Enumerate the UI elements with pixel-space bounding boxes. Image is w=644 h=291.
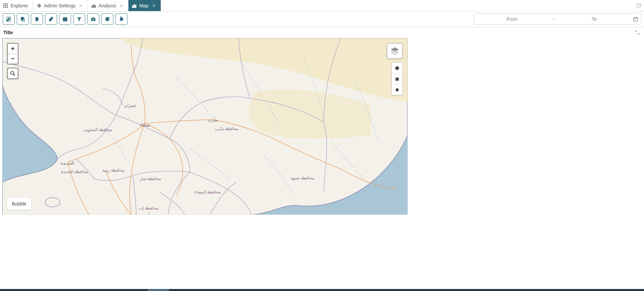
refresh-button[interactable] bbox=[101, 13, 113, 25]
delete-button[interactable] bbox=[31, 13, 43, 25]
expand-button[interactable] bbox=[634, 29, 641, 36]
content-header: Title bbox=[0, 27, 644, 38]
gear-icon bbox=[37, 3, 41, 8]
draw-circle-button[interactable] bbox=[392, 84, 402, 95]
draw-tools bbox=[391, 62, 403, 95]
layers-button[interactable] bbox=[387, 43, 403, 59]
edit-button[interactable] bbox=[3, 13, 15, 25]
tab-strip: Explorer Admin Settings Analysis Map bbox=[0, 0, 644, 11]
svg-rect-25 bbox=[21, 17, 24, 20]
date-from-input[interactable] bbox=[477, 16, 547, 22]
svg-rect-6 bbox=[3, 7, 4, 8]
arrow-right-icon: → bbox=[551, 16, 555, 22]
date-range: → bbox=[474, 13, 641, 25]
svg-rect-31 bbox=[634, 17, 638, 21]
bar-chart-icon bbox=[132, 3, 137, 8]
svg-rect-8 bbox=[7, 7, 8, 8]
zoom-controls: + − bbox=[7, 43, 18, 64]
basemap-svg bbox=[2, 38, 408, 215]
link-button[interactable] bbox=[45, 13, 57, 25]
close-icon[interactable] bbox=[119, 4, 123, 8]
tab-admin-settings[interactable]: Admin Settings bbox=[33, 0, 88, 11]
svg-marker-40 bbox=[395, 66, 399, 70]
date-to-input[interactable] bbox=[559, 16, 630, 22]
svg-line-38 bbox=[13, 74, 15, 76]
draw-polygon-button[interactable] bbox=[392, 63, 402, 73]
svg-marker-39 bbox=[391, 48, 398, 51]
svg-rect-12 bbox=[93, 4, 94, 8]
tab-map[interactable]: Map bbox=[128, 0, 161, 11]
svg-rect-17 bbox=[134, 4, 135, 8]
close-icon[interactable] bbox=[79, 4, 83, 8]
map-wrapper: عمرانصنعاءمأربمحافظة مأربمحافظة المحويتا… bbox=[2, 38, 642, 215]
svg-rect-18 bbox=[135, 5, 136, 8]
svg-rect-4 bbox=[5, 5, 6, 6]
svg-rect-26 bbox=[63, 17, 67, 21]
svg-rect-11 bbox=[92, 6, 93, 8]
close-icon[interactable] bbox=[152, 4, 156, 8]
camera-button[interactable] bbox=[87, 13, 99, 25]
svg-point-37 bbox=[11, 71, 14, 74]
filter-button[interactable] bbox=[73, 13, 85, 25]
svg-rect-13 bbox=[95, 5, 96, 8]
calendar-button[interactable] bbox=[59, 13, 71, 25]
redo-button[interactable] bbox=[115, 13, 127, 25]
window-restore-icon[interactable] bbox=[633, 0, 644, 11]
svg-rect-41 bbox=[395, 77, 398, 80]
tab-label: Explorer bbox=[11, 3, 28, 8]
map-search-button[interactable] bbox=[7, 68, 18, 79]
svg-rect-16 bbox=[132, 6, 133, 8]
svg-rect-2 bbox=[7, 3, 8, 4]
tab-label: Analysis bbox=[99, 3, 116, 8]
footer-bar bbox=[0, 289, 644, 291]
grid-icon bbox=[3, 3, 8, 8]
svg-rect-22 bbox=[637, 5, 640, 8]
zoom-in-button[interactable]: + bbox=[8, 44, 18, 54]
tab-explorer[interactable]: Explorer bbox=[0, 0, 33, 11]
svg-rect-7 bbox=[5, 7, 6, 8]
tab-label: Admin Settings bbox=[44, 3, 75, 8]
svg-rect-0 bbox=[3, 3, 4, 4]
map-canvas[interactable]: عمرانصنعاءمأربمحافظة مأربمحافظة المحويتا… bbox=[2, 38, 408, 215]
svg-point-30 bbox=[93, 19, 94, 20]
svg-rect-3 bbox=[3, 5, 4, 6]
toolbar: → bbox=[0, 11, 644, 27]
copy-button[interactable] bbox=[17, 13, 29, 25]
calendar-icon[interactable] bbox=[633, 16, 638, 22]
page-title: Title bbox=[3, 30, 634, 35]
legend-label: Bubble bbox=[12, 201, 26, 207]
zoom-out-button[interactable]: − bbox=[8, 54, 18, 64]
tab-label: Map bbox=[139, 3, 148, 8]
svg-point-42 bbox=[395, 88, 398, 91]
tab-analysis[interactable]: Analysis bbox=[88, 0, 128, 11]
svg-rect-5 bbox=[7, 5, 8, 6]
draw-rectangle-button[interactable] bbox=[392, 73, 402, 84]
svg-rect-1 bbox=[5, 3, 6, 4]
bar-chart-icon bbox=[91, 3, 96, 8]
legend-chip[interactable]: Bubble bbox=[7, 198, 31, 210]
svg-point-36 bbox=[45, 197, 60, 207]
